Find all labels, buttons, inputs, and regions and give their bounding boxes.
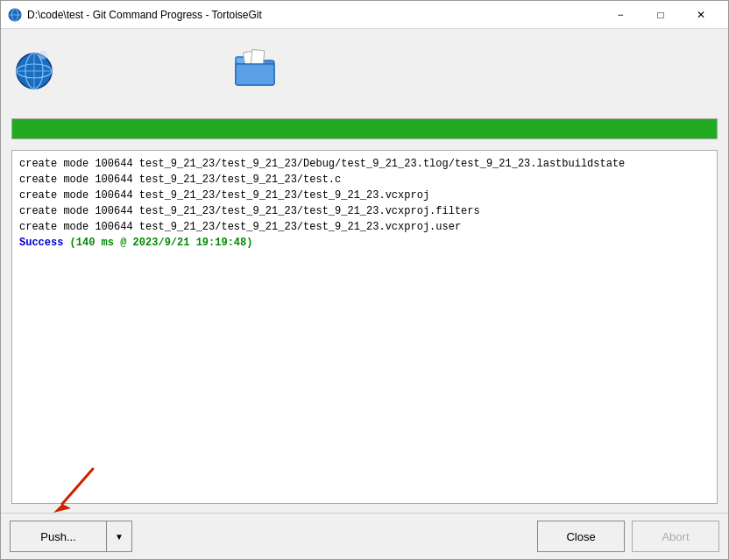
window-title: D:\code\test - Git Command Progress - To…	[27, 9, 600, 21]
globe-icon	[11, 45, 57, 90]
svg-point-8	[39, 51, 47, 60]
minimize-button[interactable]: −	[600, 1, 641, 29]
log-line: create mode 100644 test_9_21_23/test_9_2…	[19, 172, 710, 188]
bottom-bar: Push... ▼ Close Abort	[1, 513, 728, 559]
log-area[interactable]: create mode 100644 test_9_21_23/test_9_2…	[11, 150, 718, 504]
close-dialog-button[interactable]: Close	[537, 521, 625, 552]
log-line: create mode 100644 test_9_21_23/test_9_2…	[19, 219, 710, 235]
push-dropdown-button[interactable]: ▼	[107, 521, 131, 551]
close-window-button[interactable]: ✕	[681, 1, 721, 29]
log-line: create mode 100644 test_9_21_23/test_9_2…	[19, 188, 710, 203]
bottom-section: Push... ▼ Close Abort	[1, 513, 728, 559]
svg-rect-13	[236, 64, 274, 85]
push-group: Push... ▼	[10, 521, 132, 552]
abort-button[interactable]: Abort	[632, 521, 719, 552]
icon-area	[11, 38, 718, 108]
progress-bar-container	[11, 118, 718, 139]
main-window: D:\code\test - Git Command Progress - To…	[0, 0, 729, 560]
folder-icon	[232, 45, 278, 90]
log-line: create mode 100644 test_9_21_23/test_9_2…	[19, 203, 710, 219]
log-line: Success (140 ms @ 2023/9/21 19:19:48)	[19, 235, 710, 251]
progress-bar-fill	[12, 119, 717, 138]
window-controls: − □ ✕	[600, 1, 721, 29]
push-button[interactable]: Push...	[11, 521, 107, 551]
title-bar: D:\code\test - Git Command Progress - To…	[1, 1, 728, 29]
maximize-button[interactable]: □	[641, 1, 681, 29]
window-content: create mode 100644 test_9_21_23/test_9_2…	[1, 29, 728, 513]
app-icon	[8, 8, 22, 22]
log-line: create mode 100644 test_9_21_23/test_9_2…	[19, 156, 710, 172]
